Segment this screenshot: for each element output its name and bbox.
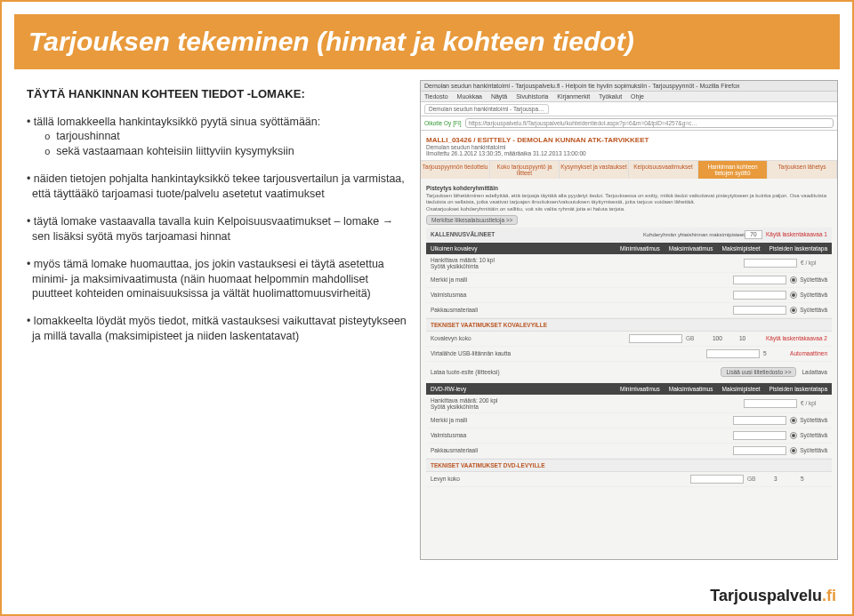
menu-item[interactable]: Näytä bbox=[491, 93, 507, 100]
footer-logo: Tarjouspalvelu.fi bbox=[710, 587, 836, 605]
section-desc: Tarjouksen lähettäminen edellyttää, että… bbox=[426, 193, 832, 205]
add-attachment-button[interactable]: Lisää uusi liitetiedosto >> bbox=[721, 367, 796, 377]
browser-titlebar: Demolan seudun hankintatoimi - Tarjouspa… bbox=[421, 81, 837, 92]
form-body: Pisteytys kohderyhmittäin Tarjouksen läh… bbox=[421, 179, 837, 491]
min-val: 100 bbox=[713, 335, 739, 341]
sub-bullet: sekä vastaamaan kohteisiin liittyviin ky… bbox=[27, 144, 409, 159]
page-header: MALLI_03426 / ESITTELY - DEMOLAN KUNNAN … bbox=[421, 131, 837, 161]
wizard-tab[interactable]: Tarjouksen lähetys bbox=[768, 161, 837, 179]
bullet: myös tämä lomake huomauttaa, jos jokin v… bbox=[27, 257, 409, 302]
browser-url-row: Oikotie Oy [FI] https://tarjouspalvelu.f… bbox=[421, 116, 837, 131]
dates: Ilmoitettu 26.1.2012 13:30:35, määräaika… bbox=[426, 150, 832, 156]
bullet: tällä lomakkeella hankintayksikkö pyytä … bbox=[27, 115, 409, 130]
text-input[interactable] bbox=[733, 446, 786, 455]
col: Maksimivaatimus bbox=[669, 245, 713, 252]
section-desc: Osatarjoukset kohderyhmittäin on sallitt… bbox=[426, 206, 832, 212]
menu-item[interactable]: Tiedosto bbox=[424, 93, 448, 100]
procurement-title: MALLI_03426 / ESITTELY - DEMOLAN KUNNAN … bbox=[426, 136, 832, 144]
text-input[interactable] bbox=[733, 291, 786, 300]
row-label: Hankittava määrä: 200 kpl Syötä yksikköh… bbox=[431, 397, 744, 410]
group-points-label: Kohderyhmän yhteishinnan maksimipisteet bbox=[643, 232, 745, 237]
url-field[interactable]: https://tarjouspalvelu.fi/Tarjouspalvelu… bbox=[465, 118, 834, 128]
radio-label: Syötettävä bbox=[800, 276, 827, 283]
max-val: 10 bbox=[739, 335, 766, 341]
wizard-tab[interactable]: Kysymykset ja vastaukset bbox=[560, 161, 629, 179]
radio-icon[interactable] bbox=[790, 292, 797, 299]
row-label: Valmistusmaa bbox=[431, 432, 733, 438]
group-title: KALLENNUSVÄLINEET bbox=[431, 231, 643, 237]
menu-item[interactable]: Ohje bbox=[631, 93, 644, 100]
col: DVD-RW-levy bbox=[431, 386, 611, 392]
subheading: TÄYTÄ HANKINNAN KOHTEEN TIEDOT -LOMAKE: bbox=[27, 86, 409, 102]
radio-label: Syötettävä bbox=[800, 447, 827, 453]
text-input[interactable] bbox=[733, 306, 786, 315]
form-row: Merkki ja malli Syötettävä bbox=[426, 413, 832, 428]
wizard-tab[interactable]: Kelpoisuusvaatimukset bbox=[629, 161, 698, 179]
ssl-badge: Oikotie Oy [FI] bbox=[424, 120, 462, 126]
tab-label[interactable]: Demolan seudun hankintatoimi - Tarjouspa… bbox=[424, 104, 549, 114]
radio-icon[interactable] bbox=[790, 276, 797, 284]
col: Maksimipisteet bbox=[722, 245, 761, 252]
price-input[interactable] bbox=[744, 259, 797, 268]
column-header-row: Ulkoinen kovalevy Minimivaatimus Maksimi… bbox=[426, 243, 832, 254]
bullet: lomakkeelta löydät myös tiedot, mitkä va… bbox=[27, 314, 409, 344]
text-input[interactable] bbox=[733, 431, 786, 440]
radio-label: Syötettävä bbox=[800, 307, 827, 313]
radio-icon[interactable] bbox=[790, 307, 797, 314]
max-val: 5 bbox=[801, 476, 827, 482]
number-input[interactable] bbox=[690, 475, 744, 484]
row-label: Virtalähde USB-liitännän kautta bbox=[431, 350, 706, 356]
form-row: Levyn koko GB 3 5 bbox=[426, 472, 832, 487]
col: Ulkoinen kovalevy bbox=[431, 245, 611, 252]
radio-icon[interactable] bbox=[790, 447, 797, 454]
col: Pisteiden laskentatapa bbox=[769, 386, 827, 392]
menu-item[interactable]: Muokkaa bbox=[457, 93, 482, 100]
form-row: Pakkausmateriaali Syötettävä bbox=[426, 444, 832, 459]
page-title: Tarjouksen tekeminen (hinnat ja kohteen … bbox=[28, 27, 634, 57]
formula-link[interactable]: Automaattinen bbox=[790, 350, 827, 356]
menu-item[interactable]: Työkalut bbox=[599, 93, 622, 100]
column-header-row: DVD-RW-levy Minimivaatimus Maksimivaatim… bbox=[426, 383, 832, 395]
radio-label: Syötettävä bbox=[800, 432, 827, 438]
col: Minimivaatimus bbox=[620, 386, 660, 392]
menu-item[interactable]: Kirjanmerkit bbox=[557, 93, 590, 100]
radio-icon[interactable] bbox=[790, 417, 797, 424]
text-input[interactable] bbox=[733, 276, 786, 284]
col: Maksimivaatimus bbox=[669, 386, 713, 392]
wizard-tab[interactable]: Koko tarjouspyyntö ja liitteet bbox=[490, 161, 560, 179]
mark-secrets-button[interactable]: Merkitse liikesalaisuustietoja >> bbox=[426, 215, 518, 225]
browser-addressbar: Demolan seudun hankintatoimi - Tarjouspa… bbox=[421, 102, 837, 116]
col: Maksimipisteet bbox=[722, 386, 761, 392]
tech-req-heading: TEKNISET VAATIMUKSET KOVALEVYILLE bbox=[426, 318, 832, 332]
row-label: Pakkausmateriaali bbox=[431, 307, 733, 313]
text-input[interactable] bbox=[733, 416, 786, 425]
tech-req-heading: TEKNISET VAATIMUKSET DVD-LEVYILLE bbox=[426, 459, 832, 472]
row-label: Levyn koko bbox=[431, 476, 690, 482]
radio-icon[interactable] bbox=[790, 432, 797, 439]
wizard-tabs: Tarjouspyynnön tiedottelu Koko tarjouspy… bbox=[421, 161, 837, 179]
org-name: Demolan seudun hankintatoimi bbox=[426, 144, 832, 150]
price-input[interactable] bbox=[744, 399, 797, 408]
formula-link[interactable]: Käytä laskentakaavaa 2 bbox=[766, 335, 827, 341]
unit: € / kpl bbox=[801, 260, 827, 266]
points-value: 70 bbox=[745, 230, 762, 239]
form-row: Valmistusmaa Syötettävä bbox=[426, 288, 832, 303]
menu-item[interactable]: Sivuhistoria bbox=[516, 93, 548, 100]
number-input[interactable] bbox=[629, 334, 682, 343]
text-content: TÄYTÄ HANKINNAN KOHTEEN TIEDOT -LOMAKE: … bbox=[27, 86, 409, 356]
form-row: Pakkausmateriaali Syötettävä bbox=[426, 303, 832, 318]
section-heading: Pisteytys kohderyhmittäin bbox=[426, 185, 832, 191]
embedded-screenshot: Demolan seudun hankintatoimi - Tarjouspa… bbox=[420, 80, 838, 560]
slide: Tarjouksen tekeminen (hinnat ja kohteen … bbox=[0, 0, 854, 616]
formula-link[interactable]: Käytä laskentakaavaa 1 bbox=[766, 231, 827, 237]
unit: GB bbox=[747, 476, 774, 482]
wizard-tab[interactable]: Tarjouspyynnön tiedottelu bbox=[421, 161, 490, 179]
radio-label: Syötettävä bbox=[800, 292, 827, 298]
select-input[interactable] bbox=[706, 349, 760, 358]
group-header-row: KALLENNUSVÄLINEET Kohderyhmän yhteishinn… bbox=[426, 228, 832, 243]
browser-menu: Tiedosto Muokkaa Näytä Sivuhistoria Kirj… bbox=[421, 92, 837, 102]
logo-suffix: .fi bbox=[822, 587, 836, 604]
form-row: Kovalevyn koko GB 100 10 Käytä laskentak… bbox=[426, 332, 832, 347]
wizard-tab-active[interactable]: Hankinnan kohteen tietojen syöttö bbox=[698, 161, 768, 179]
form-row: Virtalähde USB-liitännän kautta 5 Automa… bbox=[426, 347, 832, 362]
